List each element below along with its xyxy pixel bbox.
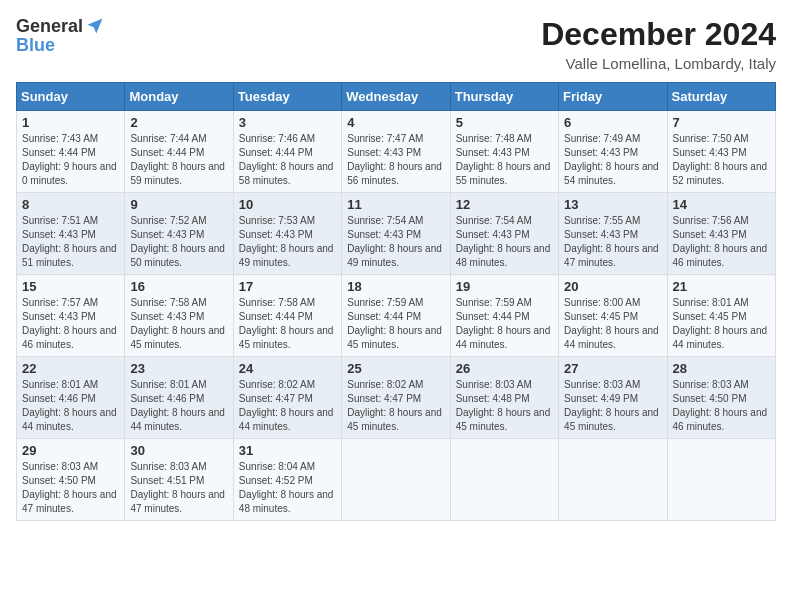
calendar-day-cell: 18 Sunrise: 7:59 AMSunset: 4:44 PMDaylig… xyxy=(342,275,450,357)
day-number: 14 xyxy=(673,197,770,212)
day-detail: Sunrise: 7:55 AMSunset: 4:43 PMDaylight:… xyxy=(564,215,659,268)
title-block: December 2024 Valle Lomellina, Lombardy,… xyxy=(541,16,776,72)
calendar-day-cell: 14 Sunrise: 7:56 AMSunset: 4:43 PMDaylig… xyxy=(667,193,775,275)
page-header: General Blue December 2024 Valle Lomelli… xyxy=(16,16,776,72)
day-detail: Sunrise: 7:48 AMSunset: 4:43 PMDaylight:… xyxy=(456,133,551,186)
day-number: 24 xyxy=(239,361,336,376)
day-number: 13 xyxy=(564,197,661,212)
location-subtitle: Valle Lomellina, Lombardy, Italy xyxy=(541,55,776,72)
day-detail: Sunrise: 8:01 AMSunset: 4:45 PMDaylight:… xyxy=(673,297,768,350)
calendar-day-cell xyxy=(559,439,667,521)
day-detail: Sunrise: 7:59 AMSunset: 4:44 PMDaylight:… xyxy=(456,297,551,350)
day-of-week-header: Thursday xyxy=(450,83,558,111)
calendar-day-cell: 13 Sunrise: 7:55 AMSunset: 4:43 PMDaylig… xyxy=(559,193,667,275)
calendar-day-cell: 7 Sunrise: 7:50 AMSunset: 4:43 PMDayligh… xyxy=(667,111,775,193)
day-number: 30 xyxy=(130,443,227,458)
calendar-day-cell: 26 Sunrise: 8:03 AMSunset: 4:48 PMDaylig… xyxy=(450,357,558,439)
logo: General Blue xyxy=(16,16,105,55)
day-of-week-header: Friday xyxy=(559,83,667,111)
day-detail: Sunrise: 7:43 AMSunset: 4:44 PMDaylight:… xyxy=(22,133,117,186)
day-detail: Sunrise: 8:03 AMSunset: 4:50 PMDaylight:… xyxy=(22,461,117,514)
logo-general-text: General xyxy=(16,17,83,35)
day-number: 15 xyxy=(22,279,119,294)
day-number: 21 xyxy=(673,279,770,294)
calendar-day-cell: 17 Sunrise: 7:58 AMSunset: 4:44 PMDaylig… xyxy=(233,275,341,357)
day-of-week-header: Wednesday xyxy=(342,83,450,111)
calendar-day-cell: 16 Sunrise: 7:58 AMSunset: 4:43 PMDaylig… xyxy=(125,275,233,357)
day-number: 27 xyxy=(564,361,661,376)
day-detail: Sunrise: 8:02 AMSunset: 4:47 PMDaylight:… xyxy=(347,379,442,432)
day-detail: Sunrise: 7:58 AMSunset: 4:44 PMDaylight:… xyxy=(239,297,334,350)
day-number: 12 xyxy=(456,197,553,212)
calendar-day-cell: 10 Sunrise: 7:53 AMSunset: 4:43 PMDaylig… xyxy=(233,193,341,275)
day-number: 4 xyxy=(347,115,444,130)
day-detail: Sunrise: 7:56 AMSunset: 4:43 PMDaylight:… xyxy=(673,215,768,268)
logo-bird-icon xyxy=(85,16,105,36)
calendar-week-row: 29 Sunrise: 8:03 AMSunset: 4:50 PMDaylig… xyxy=(17,439,776,521)
calendar-day-cell: 31 Sunrise: 8:04 AMSunset: 4:52 PMDaylig… xyxy=(233,439,341,521)
day-detail: Sunrise: 7:52 AMSunset: 4:43 PMDaylight:… xyxy=(130,215,225,268)
calendar-day-cell: 15 Sunrise: 7:57 AMSunset: 4:43 PMDaylig… xyxy=(17,275,125,357)
day-detail: Sunrise: 7:47 AMSunset: 4:43 PMDaylight:… xyxy=(347,133,442,186)
day-detail: Sunrise: 8:02 AMSunset: 4:47 PMDaylight:… xyxy=(239,379,334,432)
calendar-day-cell: 28 Sunrise: 8:03 AMSunset: 4:50 PMDaylig… xyxy=(667,357,775,439)
calendar-week-row: 22 Sunrise: 8:01 AMSunset: 4:46 PMDaylig… xyxy=(17,357,776,439)
calendar-table: SundayMondayTuesdayWednesdayThursdayFrid… xyxy=(16,82,776,521)
day-number: 28 xyxy=(673,361,770,376)
calendar-day-cell: 4 Sunrise: 7:47 AMSunset: 4:43 PMDayligh… xyxy=(342,111,450,193)
day-detail: Sunrise: 7:54 AMSunset: 4:43 PMDaylight:… xyxy=(456,215,551,268)
day-number: 10 xyxy=(239,197,336,212)
day-number: 9 xyxy=(130,197,227,212)
day-of-week-header: Saturday xyxy=(667,83,775,111)
day-number: 11 xyxy=(347,197,444,212)
calendar-day-cell: 30 Sunrise: 8:03 AMSunset: 4:51 PMDaylig… xyxy=(125,439,233,521)
calendar-day-cell: 20 Sunrise: 8:00 AMSunset: 4:45 PMDaylig… xyxy=(559,275,667,357)
day-number: 6 xyxy=(564,115,661,130)
day-number: 3 xyxy=(239,115,336,130)
day-number: 23 xyxy=(130,361,227,376)
calendar-day-cell: 9 Sunrise: 7:52 AMSunset: 4:43 PMDayligh… xyxy=(125,193,233,275)
day-number: 18 xyxy=(347,279,444,294)
calendar-day-cell: 23 Sunrise: 8:01 AMSunset: 4:46 PMDaylig… xyxy=(125,357,233,439)
day-detail: Sunrise: 8:03 AMSunset: 4:48 PMDaylight:… xyxy=(456,379,551,432)
day-of-week-header: Tuesday xyxy=(233,83,341,111)
calendar-day-cell: 1 Sunrise: 7:43 AMSunset: 4:44 PMDayligh… xyxy=(17,111,125,193)
day-number: 8 xyxy=(22,197,119,212)
calendar-day-cell: 25 Sunrise: 8:02 AMSunset: 4:47 PMDaylig… xyxy=(342,357,450,439)
day-detail: Sunrise: 7:49 AMSunset: 4:43 PMDaylight:… xyxy=(564,133,659,186)
calendar-week-row: 1 Sunrise: 7:43 AMSunset: 4:44 PMDayligh… xyxy=(17,111,776,193)
day-detail: Sunrise: 8:00 AMSunset: 4:45 PMDaylight:… xyxy=(564,297,659,350)
calendar-day-cell: 3 Sunrise: 7:46 AMSunset: 4:44 PMDayligh… xyxy=(233,111,341,193)
day-detail: Sunrise: 7:44 AMSunset: 4:44 PMDaylight:… xyxy=(130,133,225,186)
day-number: 7 xyxy=(673,115,770,130)
calendar-day-cell: 5 Sunrise: 7:48 AMSunset: 4:43 PMDayligh… xyxy=(450,111,558,193)
day-of-week-header: Sunday xyxy=(17,83,125,111)
day-detail: Sunrise: 7:59 AMSunset: 4:44 PMDaylight:… xyxy=(347,297,442,350)
calendar-day-cell: 22 Sunrise: 8:01 AMSunset: 4:46 PMDaylig… xyxy=(17,357,125,439)
month-title: December 2024 xyxy=(541,16,776,53)
day-number: 1 xyxy=(22,115,119,130)
day-detail: Sunrise: 8:01 AMSunset: 4:46 PMDaylight:… xyxy=(130,379,225,432)
day-of-week-header: Monday xyxy=(125,83,233,111)
calendar-day-cell xyxy=(342,439,450,521)
calendar-day-cell: 24 Sunrise: 8:02 AMSunset: 4:47 PMDaylig… xyxy=(233,357,341,439)
day-detail: Sunrise: 7:46 AMSunset: 4:44 PMDaylight:… xyxy=(239,133,334,186)
day-detail: Sunrise: 7:58 AMSunset: 4:43 PMDaylight:… xyxy=(130,297,225,350)
day-detail: Sunrise: 7:51 AMSunset: 4:43 PMDaylight:… xyxy=(22,215,117,268)
calendar-day-cell xyxy=(667,439,775,521)
day-number: 29 xyxy=(22,443,119,458)
day-number: 17 xyxy=(239,279,336,294)
day-number: 19 xyxy=(456,279,553,294)
calendar-header-row: SundayMondayTuesdayWednesdayThursdayFrid… xyxy=(17,83,776,111)
day-detail: Sunrise: 8:03 AMSunset: 4:51 PMDaylight:… xyxy=(130,461,225,514)
calendar-day-cell: 21 Sunrise: 8:01 AMSunset: 4:45 PMDaylig… xyxy=(667,275,775,357)
calendar-day-cell: 6 Sunrise: 7:49 AMSunset: 4:43 PMDayligh… xyxy=(559,111,667,193)
calendar-day-cell: 2 Sunrise: 7:44 AMSunset: 4:44 PMDayligh… xyxy=(125,111,233,193)
calendar-day-cell: 8 Sunrise: 7:51 AMSunset: 4:43 PMDayligh… xyxy=(17,193,125,275)
calendar-day-cell: 29 Sunrise: 8:03 AMSunset: 4:50 PMDaylig… xyxy=(17,439,125,521)
day-number: 26 xyxy=(456,361,553,376)
day-detail: Sunrise: 7:54 AMSunset: 4:43 PMDaylight:… xyxy=(347,215,442,268)
day-number: 20 xyxy=(564,279,661,294)
calendar-day-cell: 12 Sunrise: 7:54 AMSunset: 4:43 PMDaylig… xyxy=(450,193,558,275)
day-number: 5 xyxy=(456,115,553,130)
